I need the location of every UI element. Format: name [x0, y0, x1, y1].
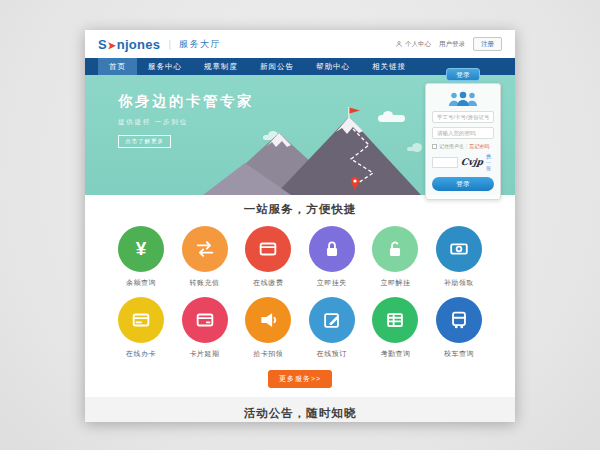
service-school-bus-query[interactable]: 校车查询 [429, 297, 489, 359]
logo-text-suffix: njones [117, 37, 161, 52]
header-links: 个人中心 用户登录 注册 [395, 37, 502, 51]
bus-icon [436, 297, 482, 343]
card-payment-icon [245, 226, 291, 272]
services-row-2: 在线办卡 卡片延期 拾卡招领 在线预订 [85, 297, 515, 359]
login-submit-button[interactable]: 登录 [432, 177, 494, 191]
more-services-button[interactable]: 更多服务>> [268, 370, 332, 388]
synjones-logo[interactable]: S➤njones [98, 37, 160, 52]
services-heading: 一站服务，方便快捷 [85, 202, 515, 217]
login-panel: 登录 记住用户名 | 忘记密码 Cvjp 换一张 登录 [425, 68, 501, 200]
site-tagline: 服务大厅 [179, 38, 221, 51]
captcha-input[interactable] [432, 157, 458, 168]
announcements-section: 活动公告，随时知晓 使用动态 最新公告 更多>> 使用指南 更多>> [85, 397, 515, 422]
logo-text-prefix: S [98, 37, 107, 52]
nav-item-home[interactable]: 首页 [98, 58, 137, 75]
nav-item-rules[interactable]: 规章制度 [193, 58, 249, 75]
service-apply-card[interactable]: 在线办卡 [111, 297, 171, 359]
user-login-label: 用户登录 [439, 40, 465, 49]
hero-cta-button[interactable]: 点击了解更多 [118, 135, 171, 148]
person-icon [395, 40, 403, 48]
remember-row: 记住用户名 | 忘记密码 [432, 143, 494, 149]
nav-item-service-center[interactable]: 服务中心 [137, 58, 193, 75]
transfer-icon [182, 226, 228, 272]
register-button[interactable]: 注册 [473, 37, 502, 51]
card-renew-icon [182, 297, 228, 343]
logo-divider: | [168, 39, 171, 50]
password-input[interactable] [432, 127, 494, 139]
unlock-icon [372, 226, 418, 272]
username-input[interactable] [432, 111, 494, 123]
nav-item-help-center[interactable]: 帮助中心 [305, 58, 361, 75]
user-login-link[interactable]: 用户登录 [439, 40, 465, 49]
map-pin-icon [353, 179, 356, 182]
card-apply-icon [118, 297, 164, 343]
login-form: 记住用户名 | 忘记密码 Cvjp 换一张 登录 [425, 83, 501, 200]
login-tab[interactable]: 登录 [446, 68, 480, 81]
service-report-loss[interactable]: 立即挂失 [302, 226, 362, 288]
change-captcha-link[interactable]: 换一张 [486, 153, 494, 171]
personal-center-label: 个人中心 [405, 40, 431, 49]
users-icon [447, 91, 479, 106]
site-header: S➤njones | 服务大厅 个人中心 用户登录 注册 [85, 30, 515, 58]
portal-page: S➤njones | 服务大厅 个人中心 用户登录 注册 首页 服务中心 规章制… [85, 30, 515, 422]
services-section: 一站服务，方便快捷 ¥ 余额查询 转账充值 在线缴费 [85, 195, 515, 388]
megaphone-icon [245, 297, 291, 343]
edit-icon [309, 297, 355, 343]
separator: | [466, 143, 467, 149]
captcha-image[interactable]: Cvjp [460, 157, 483, 167]
services-row-1: ¥ 余额查询 转账充值 在线缴费 立即挂失 [85, 226, 515, 288]
attendance-icon [372, 297, 418, 343]
service-attendance-query[interactable]: 考勤查询 [365, 297, 425, 359]
flag-icon [350, 108, 361, 114]
remember-label: 记住用户名 [439, 143, 464, 149]
service-transfer-recharge[interactable]: 转账充值 [175, 226, 235, 288]
personal-center-link[interactable]: 个人中心 [395, 40, 431, 49]
nav-item-news[interactable]: 新闻公告 [249, 58, 305, 75]
nav-item-related-links[interactable]: 相关链接 [361, 58, 417, 75]
yen-icon: ¥ [118, 226, 164, 272]
mountains-illustration [203, 107, 421, 195]
service-balance-inquiry[interactable]: ¥ 余额查询 [111, 226, 171, 288]
banknote-icon [436, 226, 482, 272]
service-cancel-loss[interactable]: 立即解挂 [365, 226, 425, 288]
service-online-payment[interactable]: 在线缴费 [238, 226, 298, 288]
captcha-row: Cvjp 换一张 [432, 153, 494, 171]
announcements-heading: 活动公告，随时知晓 [98, 406, 502, 421]
remember-checkbox[interactable] [432, 144, 437, 149]
lock-icon [309, 226, 355, 272]
service-subsidy-collect[interactable]: 补助领取 [429, 226, 489, 288]
logo-arrow-icon: ➤ [107, 40, 116, 51]
forgot-password-link[interactable]: 忘记密码 [469, 143, 489, 149]
service-found-card-claim[interactable]: 拾卡招领 [238, 297, 298, 359]
service-card-renewal[interactable]: 卡片延期 [175, 297, 235, 359]
service-online-booking[interactable]: 在线预订 [302, 297, 362, 359]
